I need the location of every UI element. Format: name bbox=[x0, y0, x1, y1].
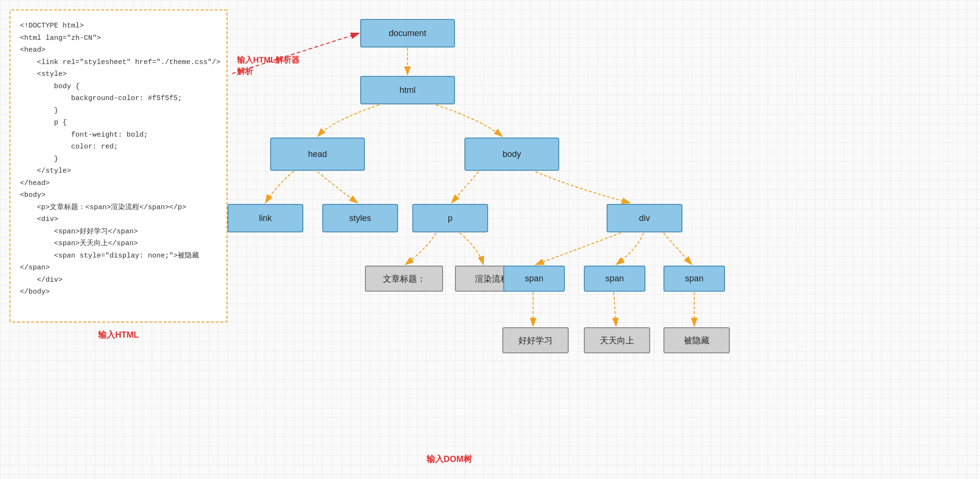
html-code: <!DOCTYPE html> <html lang="zh-CN"> <hea… bbox=[20, 20, 217, 298]
svg-line-5 bbox=[614, 292, 616, 326]
node-body: body bbox=[464, 138, 559, 171]
node-text-tiantian: 天天向上 bbox=[584, 327, 650, 353]
canvas: <!DOCTYPE html> <html lang="zh-CN"> <hea… bbox=[0, 0, 980, 479]
node-text-hidden: 被隐藏 bbox=[663, 327, 730, 353]
dom-label: 输入DOM树 bbox=[426, 453, 472, 465]
node-styles: styles bbox=[322, 204, 398, 232]
node-div: div bbox=[607, 204, 682, 232]
node-p: p bbox=[412, 204, 488, 232]
html-label: 输入HTML bbox=[98, 329, 139, 341]
node-span2: span bbox=[584, 266, 645, 292]
html-panel: <!DOCTYPE html> <html lang="zh-CN"> <hea… bbox=[9, 9, 227, 322]
arrow-label: 输入HTML解析器 解析 bbox=[237, 55, 299, 77]
node-text-haohao: 好好学习 bbox=[502, 327, 569, 353]
node-html: html bbox=[360, 76, 455, 104]
node-span3: span bbox=[663, 266, 725, 292]
node-span1: span bbox=[503, 266, 565, 292]
node-text-title: 文章标题： bbox=[365, 266, 443, 292]
node-document: document bbox=[360, 19, 455, 47]
node-link: link bbox=[227, 204, 303, 232]
node-head: head bbox=[270, 138, 365, 171]
